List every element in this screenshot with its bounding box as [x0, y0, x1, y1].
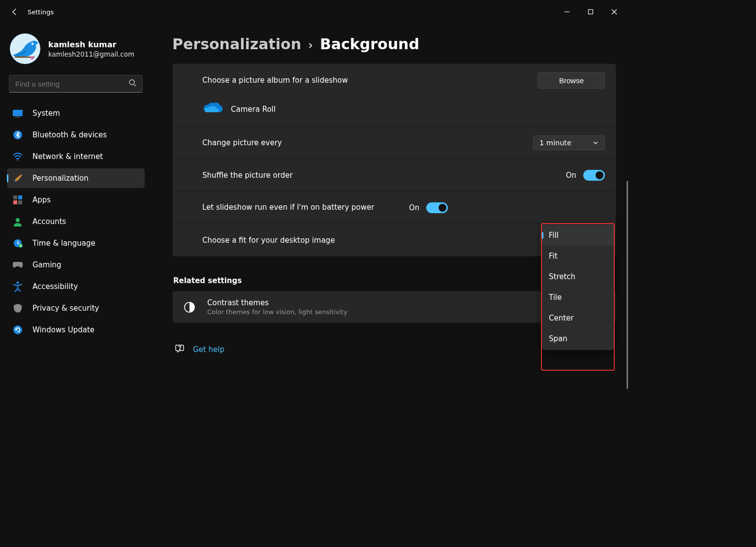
browse-button[interactable]: Browse — [538, 72, 605, 89]
choose-album-row: Choose a picture album for a slideshow B… — [173, 64, 616, 97]
shuffle-row: Shuffle the picture order On — [173, 159, 616, 191]
bluetooth-icon — [12, 129, 24, 141]
scrollbar-thumb[interactable] — [627, 181, 628, 389]
background-settings-panel: Choose a picture album for a slideshow B… — [172, 64, 616, 257]
svg-point-17 — [16, 218, 20, 222]
shield-icon — [12, 302, 24, 314]
maximize-button[interactable] — [579, 4, 602, 20]
shuffle-state-text: On — [566, 171, 576, 180]
main-content: Personalization › Background Choose a pi… — [152, 32, 630, 452]
search-input[interactable] — [15, 80, 128, 88]
nav-item-system[interactable]: System — [7, 103, 145, 123]
battery-row: Let slideshow run even if I'm on battery… — [173, 191, 616, 224]
back-button[interactable] — [4, 1, 26, 23]
display-icon — [12, 107, 24, 119]
nav-label: Accounts — [32, 217, 66, 226]
svg-point-23 — [180, 349, 181, 350]
fit-option-tile[interactable]: Tile — [542, 287, 614, 308]
shuffle-toggle[interactable] — [583, 170, 605, 181]
nav-label: Bluetooth & devices — [32, 130, 107, 139]
nav-label: Gaming — [32, 260, 62, 269]
fit-option-fit[interactable]: Fit — [542, 246, 614, 266]
clock-icon — [12, 237, 24, 249]
nav-label: Time & language — [32, 239, 95, 248]
change-every-row: Change picture every 1 minute — [173, 126, 616, 159]
shuffle-label: Shuffle the picture order — [202, 171, 566, 180]
help-icon — [175, 344, 185, 355]
minimize-button[interactable] — [555, 4, 579, 20]
choose-album-label: Choose a picture album for a slideshow — [202, 76, 538, 85]
album-name: Camera Roll — [231, 105, 276, 114]
svg-point-7 — [129, 80, 134, 85]
svg-point-20 — [17, 282, 19, 284]
svg-rect-13 — [13, 195, 17, 199]
battery-label: Let slideshow run even if I'm on battery… — [202, 202, 409, 212]
nav-label: Privacy & security — [32, 304, 99, 313]
breadcrumb: Personalization › Background — [172, 35, 616, 53]
chevron-down-icon — [593, 140, 598, 146]
onedrive-icon — [202, 101, 223, 117]
profile-name: kamlesh kumar — [48, 40, 134, 49]
gamepad-icon — [12, 259, 24, 271]
close-button[interactable] — [602, 4, 626, 20]
fit-dropdown[interactable]: Fill Fit Stretch Tile Center Span — [542, 224, 614, 350]
breadcrumb-parent[interactable]: Personalization — [172, 35, 301, 53]
nav-list: System Bluetooth & devices Network & int… — [7, 103, 145, 340]
wifi-icon — [12, 151, 24, 162]
nav-label: Accessibility — [32, 282, 78, 291]
nav-item-apps[interactable]: Apps — [7, 190, 145, 210]
contrast-desc: Color themes for low vision, light sensi… — [207, 308, 599, 316]
breadcrumb-current: Background — [320, 35, 419, 53]
nav-item-update[interactable]: Windows Update — [7, 320, 145, 340]
nav-item-personalization[interactable]: Personalization — [7, 168, 145, 188]
app-title: Settings — [28, 8, 54, 16]
nav-item-bluetooth[interactable]: Bluetooth & devices — [7, 125, 145, 145]
change-every-value: 1 minute — [539, 139, 571, 147]
nav-item-privacy[interactable]: Privacy & security — [7, 298, 145, 318]
battery-toggle[interactable] — [426, 202, 448, 213]
nav-label: Windows Update — [32, 325, 94, 334]
nav-label: Personalization — [32, 174, 89, 183]
fit-option-span[interactable]: Span — [542, 328, 614, 349]
fit-option-fill[interactable]: Fill — [542, 225, 614, 246]
nav-item-accounts[interactable]: Accounts — [7, 212, 145, 231]
update-icon — [12, 324, 24, 336]
svg-rect-15 — [13, 200, 17, 204]
contrast-icon — [183, 301, 196, 313]
svg-point-21 — [13, 325, 22, 334]
svg-rect-10 — [15, 117, 20, 118]
window-controls — [555, 4, 626, 20]
nav-item-time[interactable]: Time & language — [7, 233, 145, 253]
apps-icon — [12, 194, 24, 206]
album-row: Camera Roll — [173, 97, 616, 126]
nav-label: System — [32, 109, 60, 118]
nav-label: Apps — [32, 195, 51, 204]
svg-point-6 — [31, 57, 33, 60]
profile-block[interactable]: kamlesh kumar kamlesh2011@gmail.com — [7, 32, 145, 75]
fit-option-center[interactable]: Center — [542, 308, 614, 328]
nav-item-network[interactable]: Network & internet — [7, 147, 145, 166]
profile-email: kamlesh2011@gmail.com — [48, 50, 134, 58]
search-box[interactable] — [9, 75, 143, 93]
contrast-title: Contrast themes — [207, 298, 599, 307]
scrollbar[interactable] — [625, 31, 629, 448]
search-icon — [128, 79, 136, 89]
paintbrush-icon — [12, 172, 24, 184]
nav-item-gaming[interactable]: Gaming — [7, 255, 145, 275]
chevron-right-icon: › — [308, 38, 313, 52]
fit-option-stretch[interactable]: Stretch — [542, 266, 614, 287]
change-every-select[interactable]: 1 minute — [533, 135, 605, 150]
nav-item-accessibility[interactable]: Accessibility — [7, 277, 145, 296]
svg-rect-16 — [18, 200, 22, 204]
titlebar: Settings — [0, 0, 630, 24]
svg-point-5 — [32, 43, 33, 45]
svg-point-12 — [17, 160, 19, 161]
svg-rect-9 — [13, 110, 23, 116]
avatar — [10, 33, 40, 64]
person-icon — [12, 216, 24, 227]
svg-rect-14 — [18, 195, 22, 199]
sidebar: kamlesh kumar kamlesh2011@gmail.com Syst… — [0, 32, 152, 452]
battery-state-text: On — [409, 203, 419, 212]
svg-rect-1 — [589, 10, 593, 14]
svg-line-8 — [134, 84, 136, 86]
